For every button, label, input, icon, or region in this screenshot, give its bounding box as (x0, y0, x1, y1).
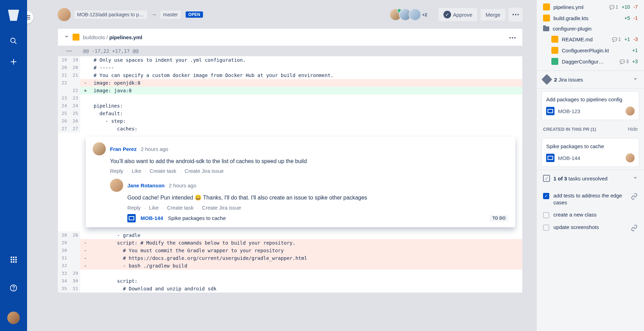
code-line[interactable]: caches: (80, 125, 522, 133)
link-icon[interactable] (631, 224, 638, 232)
pr-header: MOB-123/add packages to pi… → master OPE… (58, 8, 523, 22)
folder-icon (543, 26, 549, 31)
file-tree-item[interactable]: DaggerConfigur…3+3 (537, 56, 644, 67)
file-tree-item[interactable]: pipelines.yml1+10-7 (537, 1, 644, 12)
comment-icon (620, 59, 625, 64)
svg-rect-5 (13, 257, 14, 258)
code-line[interactable]: - step: (80, 117, 522, 125)
file-status-icon (551, 47, 558, 54)
comment-avatar[interactable] (110, 179, 123, 192)
file-status-icon (543, 15, 550, 22)
file-tree-folder[interactable]: configurer-plugin (537, 24, 644, 34)
bitbucket-logo[interactable] (8, 10, 19, 21)
code-line[interactable]: # You can specify a custom docker image … (80, 71, 522, 79)
code-line[interactable]: - # https://docs.gradle.org/current/user… (80, 254, 522, 262)
code-line[interactable]: script: (80, 277, 522, 285)
more-actions-button[interactable] (509, 8, 523, 22)
issue-key: MOB-144 (558, 155, 580, 161)
file-name: pipelines.yml (553, 4, 606, 10)
merge-button[interactable]: Merge (481, 9, 505, 20)
code-line[interactable]: - image: openjdk:8 (80, 79, 522, 87)
like-action[interactable]: Like (132, 168, 142, 174)
line-numbers-gutter: 191920202121222223232424252526262727 (58, 46, 80, 133)
assignee-avatar[interactable] (626, 107, 635, 116)
code-line[interactable] (80, 270, 522, 277)
jira-issues-section: 2 Jira issues (537, 70, 644, 88)
assignee-avatar[interactable] (626, 153, 635, 162)
svg-point-21 (509, 37, 511, 39)
create-jira-action[interactable]: Create Jira issue (202, 205, 241, 211)
target-branch[interactable]: master (160, 10, 181, 19)
file-tree-item[interactable]: README.md1+1-3 (537, 34, 644, 45)
svg-rect-10 (11, 261, 12, 263)
comment-avatar[interactable] (93, 142, 106, 155)
tasks-section: ✓ 1 of 3 tasks unresolved ✓add tests to … (537, 170, 644, 238)
code-line[interactable]: # ----- (80, 64, 522, 71)
global-sidebar (0, 0, 27, 331)
file-modified-icon (73, 34, 79, 41)
code-line[interactable]: - # You must commit the Gradle wrapper t… (80, 247, 522, 254)
svg-point-24 (67, 50, 68, 51)
code-line[interactable]: + image: java:8 (80, 87, 522, 94)
create-task-action[interactable]: Create task (150, 168, 176, 174)
issue-key[interactable]: MOB-144 (141, 215, 163, 221)
comment-author[interactable]: Jane Rotanson (127, 183, 165, 188)
approve-label: Approve (453, 12, 473, 18)
svg-rect-8 (13, 259, 14, 260)
svg-rect-4 (11, 257, 12, 258)
code-line[interactable]: pipelines: (80, 102, 522, 110)
file-tree-item[interactable]: ConfiguererPlugin.kt+1 (537, 45, 644, 56)
reviewer-avatars: +2 (389, 8, 431, 21)
create-task-action[interactable]: Create task (167, 205, 194, 211)
task-checkbox[interactable] (543, 224, 549, 231)
like-action[interactable]: Like (149, 205, 159, 211)
file-tree-item[interactable]: build.gradle.kts+5-1 (537, 12, 644, 24)
task-label: add tests to address the edge cases (553, 192, 627, 206)
expand-hunk-button[interactable] (58, 46, 80, 56)
search-icon[interactable] (9, 36, 18, 46)
jira-issue-card[interactable]: Add packages to pipelines config MOB-123 (542, 91, 639, 120)
hide-action[interactable]: Hide (628, 126, 638, 132)
pr-content: MOB-123/add packages to pi… → master OPE… (35, 0, 536, 331)
link-icon[interactable] (631, 193, 638, 201)
jira-issue-card[interactable]: Spike packages to cache MOB-144 (542, 138, 639, 167)
task-checkbox[interactable] (543, 212, 549, 218)
merge-label: Merge (485, 12, 500, 18)
svg-rect-11 (13, 261, 14, 263)
file-name: build.gradle.kts (553, 15, 621, 21)
code-line[interactable]: # Download and unzip android sdk (80, 285, 522, 292)
approve-button[interactable]: ✓ Approve (439, 8, 477, 21)
code-line[interactable] (80, 94, 522, 102)
code-line[interactable]: default: (80, 110, 522, 117)
arrow-icon: → (151, 11, 157, 18)
user-avatar[interactable] (7, 312, 20, 324)
code-line[interactable]: # Only use spaces to indent your .yml co… (80, 56, 522, 64)
code-line[interactable]: - gradle (80, 231, 522, 239)
file-more-icon[interactable] (509, 34, 516, 40)
comment-author[interactable]: Fran Perez (110, 146, 137, 152)
pr-author-avatar[interactable] (58, 8, 71, 21)
help-icon[interactable] (9, 283, 18, 293)
reply-action[interactable]: Reply (127, 205, 141, 211)
reply-action[interactable]: Reply (110, 168, 123, 174)
create-jira-action[interactable]: Create Jira issue (185, 168, 224, 174)
linked-jira-issue[interactable]: MOB-144 Spike packages to cache TO DO (127, 214, 508, 222)
reviewer-avatar[interactable] (409, 8, 421, 21)
tasks-section-header[interactable]: ✓ 1 of 3 tasks unresolved (537, 170, 644, 187)
collapse-icon[interactable] (64, 34, 69, 40)
code-line[interactable]: - script: # Modify the commands below to… (80, 239, 522, 247)
diff-card: buildtools / pipelines.yml 1919202021212… (58, 28, 523, 293)
task-checkbox[interactable]: ✓ (543, 193, 549, 199)
svg-point-0 (11, 38, 15, 43)
jira-story-icon (546, 107, 554, 115)
svg-point-20 (517, 14, 519, 15)
file-path[interactable]: buildtools / pipelines.yml (83, 34, 142, 40)
create-icon[interactable] (9, 57, 18, 67)
apps-icon[interactable] (9, 255, 18, 264)
code-line[interactable]: - - bash ./gradlew build (80, 262, 522, 270)
source-branch[interactable]: MOB-123/add packages to pi… (74, 10, 147, 19)
issue-summary: Spike packages to cache (546, 143, 635, 150)
task-label: create a new class (553, 211, 638, 218)
jira-section-header[interactable]: 2 Jira issues (543, 76, 638, 83)
file-status-icon (551, 58, 558, 65)
